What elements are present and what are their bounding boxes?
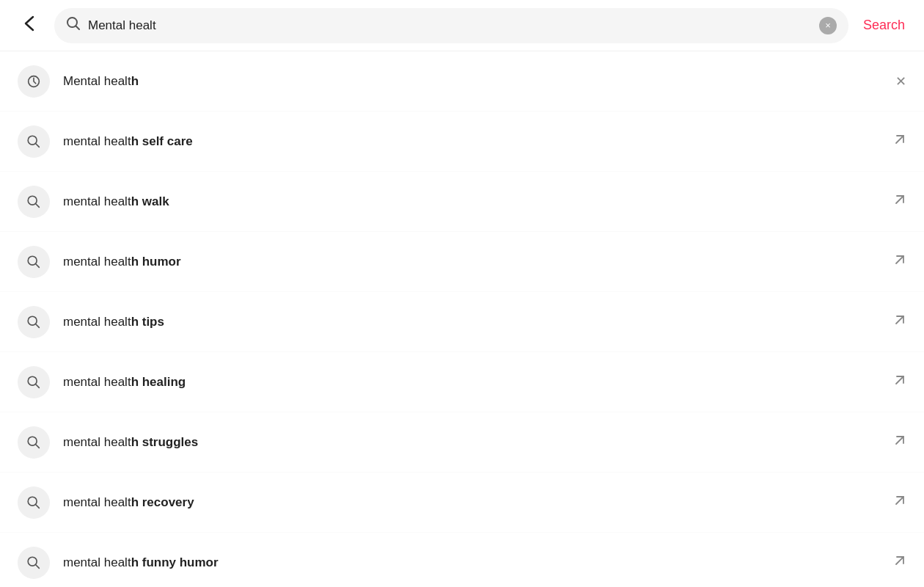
search-suggestion-icon — [18, 547, 50, 579]
arrow-icon — [893, 434, 906, 451]
suggestion-text: mental health funny humor — [63, 555, 881, 570]
arrow-icon — [893, 373, 906, 390]
clear-icon: × — [825, 20, 831, 31]
suggestion-text: mental health healing — [63, 375, 881, 390]
search-suggestion-icon — [18, 186, 50, 218]
list-item[interactable]: mental health tips — [0, 292, 924, 352]
list-item[interactable]: mental health healing — [0, 352, 924, 412]
suggestion-text: mental health recovery — [63, 495, 881, 510]
arrow-icon — [893, 133, 906, 150]
list-item[interactable]: mental health struggles — [0, 412, 924, 473]
history-icon — [18, 65, 50, 98]
search-button[interactable]: Search — [859, 18, 909, 33]
back-button[interactable] — [15, 11, 44, 40]
search-suggestion-icon — [18, 246, 50, 278]
search-icon — [66, 16, 81, 34]
arrow-icon — [893, 494, 906, 511]
list-item[interactable]: Mental health ✕ — [0, 51, 924, 112]
search-suggestion-icon — [18, 366, 50, 398]
suggestion-text: mental health struggles — [63, 435, 881, 450]
list-item[interactable]: mental health funny humor — [0, 533, 924, 587]
search-header: × Search — [0, 0, 924, 51]
suggestion-text: mental health self care — [63, 134, 881, 149]
suggestion-text: mental health tips — [63, 315, 881, 329]
list-item[interactable]: mental health recovery — [0, 473, 924, 533]
search-input[interactable] — [88, 18, 812, 33]
suggestion-text: mental health humor — [63, 255, 881, 269]
suggestions-list: Mental health ✕ mental health self care — [0, 51, 924, 587]
arrow-icon — [893, 313, 906, 330]
search-box: × — [54, 8, 848, 43]
search-suggestion-icon — [18, 306, 50, 338]
arrow-icon — [893, 253, 906, 270]
search-suggestion-icon — [18, 486, 50, 519]
clear-button[interactable]: × — [819, 17, 837, 34]
back-icon — [24, 15, 34, 36]
list-item[interactable]: mental health humor — [0, 232, 924, 292]
list-item[interactable]: mental health walk — [0, 172, 924, 232]
list-item[interactable]: mental health self care — [0, 112, 924, 172]
arrow-icon — [893, 193, 906, 210]
suggestion-text: Mental health — [63, 74, 895, 89]
close-icon[interactable]: ✕ — [895, 73, 906, 90]
suggestion-text: mental health walk — [63, 194, 881, 209]
search-suggestion-icon — [18, 125, 50, 158]
arrow-icon — [893, 554, 906, 571]
search-suggestion-icon — [18, 426, 50, 459]
